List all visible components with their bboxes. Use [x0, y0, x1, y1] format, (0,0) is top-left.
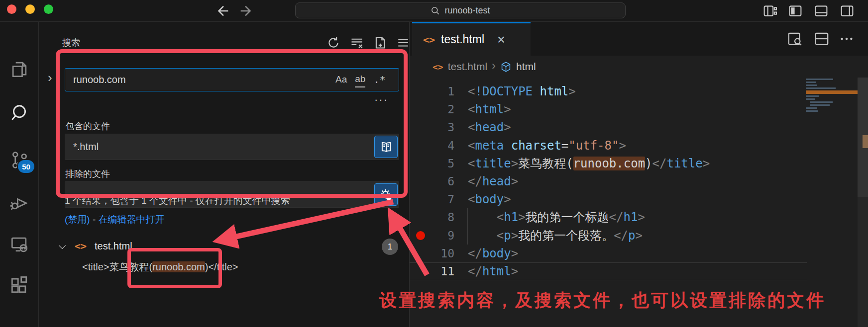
customize-layout-button[interactable] — [762, 3, 777, 18]
html-cube-icon — [500, 61, 512, 73]
zoom-window-button[interactable] — [44, 4, 53, 14]
code-text: <html> — [468, 102, 511, 116]
code-text: <h1>我的第一个标题</h1> — [468, 209, 645, 225]
view-as-list-button[interactable] — [396, 36, 410, 50]
minimize-window-button[interactable] — [25, 4, 35, 14]
code-line: 6</head> — [410, 172, 807, 190]
line-number: 8 — [432, 211, 454, 224]
tab-test-html[interactable]: <> test.html × — [412, 22, 531, 56]
breakpoint-dot[interactable] — [416, 231, 425, 240]
line-number: 5 — [432, 157, 454, 170]
sidebar-item-search[interactable] — [8, 102, 30, 124]
code-text: </html> — [468, 264, 518, 278]
editor-group: <> test.html × <> test.html › html 1<!DO… — [409, 22, 868, 327]
code-line: 3<head> — [410, 118, 807, 136]
customize-layout-icon — [763, 4, 777, 18]
toggle-replace-button[interactable]: › — [48, 73, 52, 82]
minimap[interactable] — [806, 79, 858, 113]
search-icon — [431, 6, 440, 15]
code-text: <meta charset="utf-8"> — [468, 139, 626, 153]
code-line: 1<!DOCTYPE html> — [410, 82, 807, 100]
code-line: 4<meta charset="utf-8"> — [410, 137, 807, 155]
result-file-row[interactable]: <> test.html 1 — [39, 237, 409, 257]
more-actions-button[interactable] — [839, 31, 855, 47]
search-icon — [8, 102, 30, 124]
code-text: <p>我的第一个段落。</p> — [468, 228, 643, 244]
disable-open-editors-link[interactable]: (禁用) — [65, 214, 90, 225]
code-text: </body> — [468, 246, 518, 260]
html-file-icon: <> — [433, 62, 443, 72]
code-line: 8 <h1>我的第一个标题</h1> — [410, 208, 807, 226]
line-number: 10 — [432, 247, 454, 260]
refresh-button[interactable] — [326, 36, 340, 50]
line-number: 6 — [432, 175, 454, 188]
results-summary-links: (禁用) - 在编辑器中打开 — [65, 213, 408, 226]
toggle-secondary-sidebar-icon — [840, 4, 854, 18]
code-line: 11</html> — [410, 262, 807, 280]
line-number: 7 — [432, 193, 454, 206]
result-count-badge: 1 — [382, 239, 398, 255]
source-control-badge: 50 — [17, 159, 35, 174]
command-center-search[interactable]: runoob-test — [295, 2, 626, 18]
indent-guide — [467, 208, 468, 245]
sidebar-item-extensions[interactable] — [8, 274, 30, 296]
open-in-editor-link[interactable]: 在编辑器中打开 — [99, 214, 165, 225]
refresh-icon — [327, 36, 340, 49]
html-file-icon: <> — [75, 240, 87, 252]
sidebar-item-remote-explorer[interactable] — [8, 233, 30, 255]
toggle-panel-icon — [814, 4, 828, 18]
html-file-icon: <> — [423, 34, 435, 46]
annotation-box-search-area — [56, 49, 408, 198]
open-search-editor-button[interactable] — [787, 31, 803, 47]
extensions-icon — [8, 274, 30, 296]
close-icon[interactable]: × — [497, 35, 505, 45]
back-button[interactable] — [214, 2, 232, 20]
code-text: <title>菜鸟教程(runoob.com)</title> — [468, 156, 710, 171]
toggle-panel-button[interactable] — [814, 3, 829, 18]
line-number: 11 — [432, 265, 454, 278]
remote-explorer-icon — [8, 233, 30, 255]
run-debug-icon — [8, 191, 30, 213]
code-line: 5<title>菜鸟教程(runoob.com)</title> — [410, 155, 807, 172]
tab-label: test.html — [441, 33, 484, 46]
code-text: </head> — [468, 174, 518, 188]
annotation-caption: 设置搜索内容，及搜索文件，也可以设置排除的文件 — [379, 289, 826, 312]
result-file-name: test.html — [95, 241, 132, 252]
forward-button[interactable] — [237, 2, 255, 20]
sidebar-item-explorer[interactable] — [8, 58, 30, 80]
code-lines: 1<!DOCTYPE html>2<html>3<head>4<meta cha… — [410, 82, 807, 280]
toggle-sidebar-button[interactable] — [788, 3, 803, 18]
line-number: 1 — [432, 85, 454, 98]
code-text: <!DOCTYPE html> — [468, 84, 576, 98]
breadcrumb-symbol[interactable]: html — [516, 61, 536, 73]
chevron-down-icon — [59, 242, 66, 249]
breakpoint-gutter[interactable] — [410, 231, 432, 240]
summary-separator: - — [90, 214, 99, 225]
toggle-secondary-sidebar-button[interactable] — [840, 3, 855, 18]
activity-bar: 50 — [0, 22, 39, 327]
title-bar: runoob-test — [0, 0, 868, 22]
code-line: 7<body> — [410, 190, 807, 208]
code-line: 9 <p>我的第一个段落。</p> — [410, 227, 807, 245]
line-number: 9 — [432, 229, 454, 242]
tab-bar: <> test.html × — [410, 22, 868, 56]
code-text: <head> — [468, 120, 511, 134]
close-window-button[interactable] — [7, 4, 16, 14]
panel-title: 搜索 — [62, 37, 80, 49]
sidebar-item-run-debug[interactable] — [8, 191, 30, 213]
vscode-window: runoob-test 50 — [0, 0, 868, 327]
toggle-sidebar-icon — [788, 4, 802, 18]
split-editor-search-icon — [787, 31, 802, 46]
editor-scrollbar[interactable] — [858, 78, 868, 327]
clear-results-button[interactable] — [350, 36, 364, 50]
command-center-label: runoob-test — [444, 5, 490, 16]
code-editor[interactable]: 1<!DOCTYPE html>2<html>3<head>4<meta cha… — [410, 78, 807, 280]
line-number: 2 — [432, 103, 454, 116]
new-search-editor-button[interactable] — [373, 36, 387, 50]
annotation-box-match — [127, 248, 222, 288]
forward-icon — [238, 3, 253, 18]
split-editor-button[interactable] — [814, 31, 830, 47]
breadcrumb-file[interactable]: test.html — [448, 61, 487, 73]
code-line: 2<html> — [410, 100, 807, 118]
breadcrumb-separator: › — [492, 59, 496, 73]
